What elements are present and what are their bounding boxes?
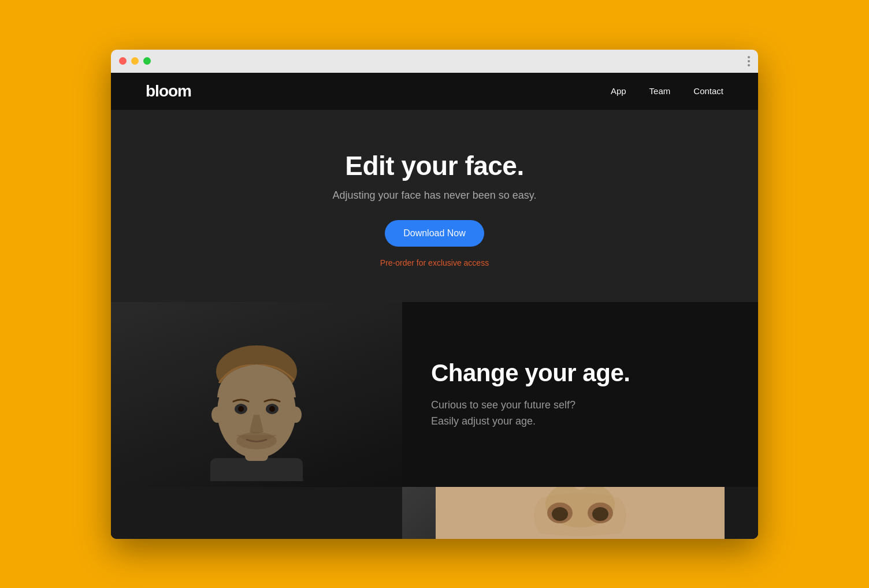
svg-point-11: [290, 407, 302, 423]
traffic-lights: [119, 57, 151, 65]
download-button[interactable]: Download Now: [385, 220, 484, 247]
hero-subtitle: Adjusting your face has never been so ea…: [134, 189, 735, 202]
section2-right: [402, 487, 758, 539]
website-content: bloom App Team Contact Edit your face. A…: [111, 73, 758, 539]
feature-age-title: Change your age.: [431, 359, 729, 387]
preorder-link[interactable]: Pre-order for exclusive access: [134, 258, 735, 267]
nav-contact-link[interactable]: Contact: [693, 86, 723, 96]
site-logo: bloom: [146, 82, 191, 101]
svg-point-8: [269, 406, 275, 412]
navbar: bloom App Team Contact: [111, 73, 758, 110]
nav-app-link[interactable]: App: [611, 86, 626, 96]
browser-chrome: [111, 50, 758, 73]
feature-text: Change your age. Curious to see your fut…: [402, 302, 758, 487]
maximize-button[interactable]: [143, 57, 151, 65]
nose-closeup-image: [402, 487, 758, 539]
svg-point-7: [238, 406, 244, 412]
face-portrait: [111, 302, 402, 487]
nav-links: App Team Contact: [611, 86, 723, 96]
svg-rect-1: [210, 458, 303, 481]
hero-title: Edit your face.: [134, 150, 735, 181]
section2-left: [111, 487, 402, 539]
nav-team-link[interactable]: Team: [649, 86, 671, 96]
feature-section-2: [111, 487, 758, 539]
browser-window: bloom App Team Contact Edit your face. A…: [111, 50, 758, 539]
feature-portrait-image: [111, 302, 402, 487]
close-button[interactable]: [119, 57, 127, 65]
feature-age-section: Change your age. Curious to see your fut…: [111, 302, 758, 487]
minimize-button[interactable]: [131, 57, 139, 65]
svg-point-10: [211, 407, 223, 423]
hero-section: Edit your face. Adjusting your face has …: [111, 110, 758, 302]
browser-menu-icon[interactable]: [748, 56, 750, 66]
feature-age-description: Curious to see your future self?Easily a…: [431, 397, 729, 430]
